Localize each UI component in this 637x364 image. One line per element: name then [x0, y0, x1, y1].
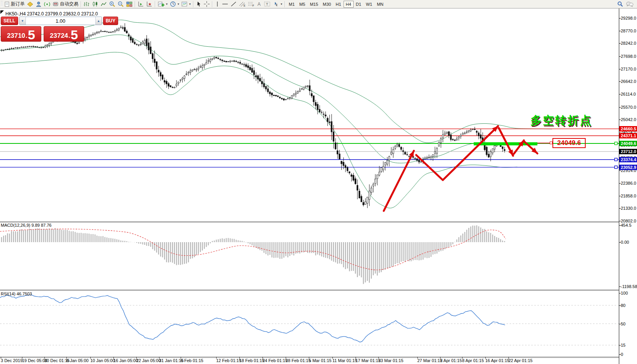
- price-note-handle[interactable]: [550, 142, 552, 144]
- turning-point-annotation[interactable]: 多空转折点: [530, 113, 592, 128]
- candle-body: [112, 32, 114, 32]
- date-axis-label: 10 Jan 05:00: [90, 358, 115, 363]
- chat-button[interactable]: [625, 0, 635, 8]
- pane-separator[interactable]: [0, 222, 619, 222]
- arrows-button[interactable]: ▾: [272, 0, 283, 8]
- bars-chart-button[interactable]: [83, 0, 91, 8]
- main-chart-pane[interactable]: [0, 10, 619, 221]
- text-button[interactable]: A: [256, 0, 263, 8]
- level-endpoint-marker[interactable]: [615, 158, 617, 161]
- line-chart-icon: [101, 1, 107, 7]
- tf-w1-button[interactable]: W1: [364, 1, 375, 8]
- search-button[interactable]: [616, 0, 625, 8]
- candle-body: [106, 32, 107, 32]
- buy-price-display[interactable]: 23724.5: [44, 26, 84, 42]
- price-axis-label: 22386.0: [621, 181, 637, 185]
- sell-button[interactable]: SELL: [1, 17, 18, 25]
- rsi-axis-label: 80: [621, 303, 637, 308]
- candle-body: [415, 158, 416, 159]
- candle-body: [241, 64, 242, 64]
- date-axis-label: 27 Mar 01:15: [417, 358, 442, 363]
- price-note-box[interactable]: 24049.6: [552, 138, 586, 148]
- rsi-pane[interactable]: [0, 291, 619, 357]
- candle-body: [164, 81, 165, 82]
- tf-m15-button[interactable]: M15: [308, 1, 320, 8]
- tf-d1-button[interactable]: D1: [354, 1, 364, 8]
- pane-separator[interactable]: [0, 290, 619, 291]
- candle-body: [51, 42, 52, 44]
- zoom-out-button[interactable]: [117, 0, 125, 8]
- macd-pane[interactable]: [0, 222, 619, 290]
- toolbar-grip[interactable]: [1, 1, 3, 7]
- line-chart-button[interactable]: [100, 0, 108, 8]
- candlestick-chart-button[interactable]: [91, 0, 100, 8]
- candle-body: [97, 32, 98, 33]
- candle-body: [494, 145, 495, 149]
- toolbar-separator: [81, 1, 81, 7]
- tf-mn-button[interactable]: MN: [374, 1, 386, 8]
- favorites-icon: [27, 2, 33, 7]
- autotrade-label: 自动交易: [60, 1, 78, 7]
- favorites-button[interactable]: [26, 0, 34, 8]
- candle-body: [237, 62, 239, 62]
- cursor-button[interactable]: [195, 0, 203, 8]
- candle-body: [438, 142, 439, 146]
- candle-body: [361, 196, 362, 202]
- chart-autoscroll-button[interactable]: [145, 0, 154, 8]
- tf-m30-button[interactable]: M30: [320, 1, 333, 8]
- candle-body: [21, 47, 22, 47]
- new-order-button[interactable]: 新订单: [3, 0, 26, 8]
- candle-body: [480, 135, 481, 138]
- candle-body: [452, 139, 453, 140]
- candle-body: [134, 42, 135, 44]
- trendline-button[interactable]: [229, 0, 238, 8]
- crosshair-button[interactable]: [203, 0, 211, 8]
- tile-windows-button[interactable]: [125, 0, 134, 8]
- toolbar-separator: [193, 1, 194, 7]
- chart-shift-icon: [138, 1, 144, 7]
- vertical-line-button[interactable]: [214, 0, 221, 8]
- date-axis-label: 11 Mar 01:15: [332, 358, 357, 363]
- tf-h4-button[interactable]: H4: [344, 1, 354, 8]
- candle-body: [430, 156, 432, 158]
- text-label-button[interactable]: T: [263, 0, 272, 8]
- periods-button[interactable]: ▾: [169, 0, 180, 8]
- candle-body: [110, 32, 112, 32]
- volume-input[interactable]: [26, 17, 95, 25]
- pane-separator[interactable]: [0, 290, 619, 290]
- channel-button[interactable]: E: [238, 0, 247, 8]
- level-endpoint-marker[interactable]: [615, 142, 617, 145]
- tf-m5-button[interactable]: M5: [297, 1, 307, 8]
- autotrade-button[interactable]: 自动交易: [51, 0, 80, 8]
- candle-body: [367, 197, 368, 203]
- candle-body: [85, 38, 86, 40]
- candle-body: [323, 114, 324, 115]
- candle-body: [295, 93, 296, 94]
- horizontal-line-button[interactable]: [221, 0, 229, 8]
- candle-body: [474, 129, 475, 130]
- tf-h1-button[interactable]: H1: [333, 1, 343, 8]
- pane-separator[interactable]: [0, 221, 619, 222]
- candle-body: [148, 43, 149, 50]
- sell-price-display[interactable]: 23710.5: [1, 26, 41, 42]
- candle-body: [490, 152, 491, 157]
- macd-axis-label: -1198.58: [621, 284, 637, 289]
- date-axis-label: 8 Apr 01:15: [462, 358, 484, 363]
- indicators-add-button[interactable]: ▾: [157, 0, 169, 8]
- level-endpoint-marker[interactable]: [615, 166, 617, 169]
- profile-button[interactable]: [34, 0, 43, 8]
- volume-increase-button[interactable]: ▲: [95, 17, 102, 25]
- chart-shift-button[interactable]: [137, 0, 145, 8]
- candle-body: [182, 78, 183, 79]
- price-axis-label: 27170.0: [621, 67, 637, 71]
- tf-m1-button[interactable]: M1: [286, 1, 297, 8]
- zoom-in-button[interactable]: [108, 0, 117, 8]
- price-axis-border: [619, 8, 619, 364]
- candle-body: [17, 48, 18, 48]
- signal-button[interactable]: [43, 0, 51, 8]
- buy-button[interactable]: BUY: [103, 17, 118, 25]
- templates-button[interactable]: ▾: [180, 0, 192, 8]
- trend-arrow-line[interactable]: [416, 126, 498, 180]
- fibonacci-button[interactable]: F: [247, 0, 256, 8]
- volume-decrease-button[interactable]: ▼: [20, 17, 26, 25]
